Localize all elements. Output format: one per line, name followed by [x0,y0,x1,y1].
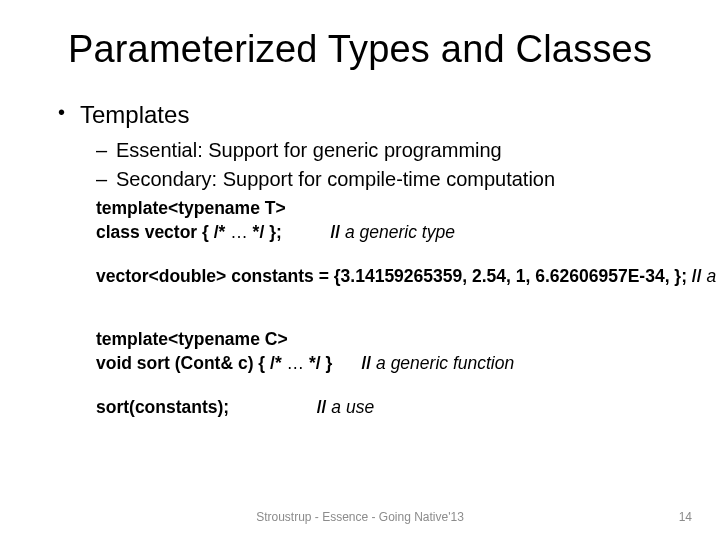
code-comment: a use [706,266,720,286]
code-block: template<typename T> class vector { /* …… [40,197,680,419]
code-text: class vector { /* [96,222,230,242]
code-constants: vector<double> constants = {3.1415926535… [96,265,680,289]
bullet-templates: Templates [40,99,680,131]
bullet-essential: Essential: Support for generic programmi… [40,137,680,164]
spacer [96,308,680,328]
code-sort-decl: void sort (Cont& c) { /* … */ } // a gen… [96,352,680,376]
code-text: … [287,353,305,373]
code-comment: a use [331,397,374,417]
spacer [96,245,680,265]
code-text: */ }; // [248,222,345,242]
code-text: vector<double> constants = {3.1415926535… [96,266,706,286]
bullet-secondary: Secondary: Support for compile-time comp… [40,166,680,193]
slide-title: Parameterized Types and Classes [0,0,720,81]
slide-body: Templates Essential: Support for generic… [0,81,720,419]
slide: Parameterized Types and Classes Template… [0,0,720,540]
code-sort-call: sort(constants); // a use [96,396,680,420]
code-text: */ } // [304,353,376,373]
page-number: 14 [679,510,692,524]
code-comment: a generic type [345,222,455,242]
code-template-c: template<typename C> [96,328,680,352]
spacer [96,288,680,308]
code-text: … [230,222,248,242]
code-text: sort(constants); // [96,397,331,417]
footer-text: Stroustrup - Essence - Going Native'13 [0,510,720,524]
code-template-t: template<typename T> [96,197,680,221]
spacer [96,376,680,396]
code-comment: a generic function [376,353,514,373]
code-text: void sort (Cont& c) { /* [96,353,287,373]
code-class-vector: class vector { /* … */ }; // a generic t… [96,221,680,245]
